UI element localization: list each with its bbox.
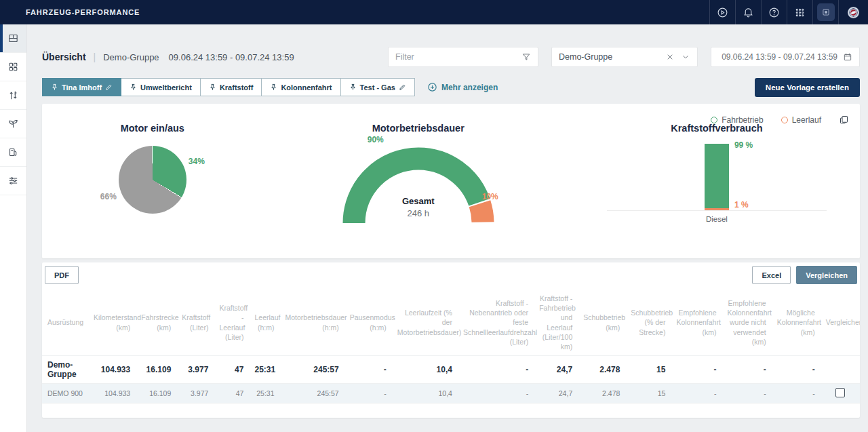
app-title: FAHRZEUG-PERFORMANCE — [0, 8, 140, 16]
cell-compare — [821, 356, 860, 384]
chart-fuel-consumption: Kraftstoffverbrauch 99 % 1 % Diesel — [574, 104, 860, 258]
page-header: Übersicht | Demo-Gruppe 09.06.24 13:59 -… — [42, 47, 860, 67]
cell: 16.109 — [136, 384, 176, 404]
cell: - — [671, 384, 722, 404]
column-header: Kilometerstand (km) — [88, 290, 136, 356]
tab-test-gas[interactable]: Test - Gas — [340, 78, 415, 96]
column-header: Kraftstoff (Liter) — [176, 290, 214, 356]
group-select[interactable]: Demo-Gruppe — [551, 47, 698, 67]
cell: 104.933 — [88, 356, 136, 384]
cell: 24,7 — [534, 384, 578, 404]
column-header: Leerlaufzeit (% der Motorbetriebsdauer) — [392, 290, 458, 356]
cell: 3.977 — [176, 356, 214, 384]
excel-button[interactable]: Excel — [752, 266, 791, 284]
edit-pencil-icon[interactable] — [105, 83, 113, 91]
route-icon — [7, 90, 19, 101]
chart-title: Motorbetriebsdauer — [263, 123, 574, 134]
calendar-icon — [843, 52, 852, 62]
tab-label: Umweltbericht — [140, 83, 192, 92]
sidebar — [0, 24, 27, 432]
cell: - — [458, 384, 534, 404]
sidebar-item-apps[interactable] — [0, 53, 26, 81]
x-axis-line — [607, 210, 827, 211]
fuel-pump-icon — [7, 146, 19, 158]
pin-icon — [130, 83, 137, 91]
group-name-label: Demo-Gruppe — [103, 52, 159, 62]
cell: 15 — [625, 384, 671, 404]
cell: - — [772, 384, 821, 404]
chart-title: Motor ein/aus — [42, 123, 263, 134]
scania-logo[interactable] — [838, 0, 868, 24]
account-icon[interactable] — [812, 0, 838, 24]
legend-item-leerlauf[interactable]: Leerlauf — [781, 115, 821, 125]
sidebar-item-fuel[interactable] — [0, 138, 26, 167]
filter-input[interactable] — [395, 52, 521, 62]
tab-kraftstoff[interactable]: Kraftstoff — [200, 78, 262, 96]
tab-tina-imhoff[interactable]: Tina Imhoff — [42, 78, 121, 96]
chart-legend: Fahrbetrieb Leerlauf — [711, 115, 849, 125]
sidebar-item-dashboard[interactable] — [0, 24, 26, 53]
charts-panel: Fahrbetrieb Leerlauf Motor ein/aus — [42, 104, 860, 258]
column-header: Empfohlene Kolonnenfahrt wurde nicht ver… — [722, 290, 772, 356]
topbar: FAHRZEUG-PERFORMANCE — [0, 0, 868, 24]
tab-label: Tina Imhoff — [62, 83, 102, 92]
clear-icon[interactable] — [665, 52, 675, 62]
help-icon[interactable] — [761, 0, 787, 24]
pie-chart[interactable] — [119, 146, 186, 214]
cell: 15 — [625, 356, 671, 384]
column-header: Mögliche Kolonnenfahrt (km) — [772, 290, 821, 356]
bar-chart: 99 % 1 % Diesel — [601, 140, 832, 235]
bar-segment-fahrbetrieb[interactable] — [705, 144, 729, 208]
cell: 3.977 — [176, 384, 214, 404]
bell-icon[interactable] — [735, 0, 761, 24]
column-header: Empfohlene Kolonnenfahrt (km) — [671, 290, 722, 356]
new-template-button[interactable]: Neue Vorlage erstellen — [755, 78, 860, 97]
tab-umweltbericht[interactable]: Umweltbericht — [121, 78, 201, 96]
cell: 16.109 — [136, 356, 176, 384]
tab-kolonnenfahrt[interactable]: Kolonnenfahrt — [261, 78, 340, 96]
apps-grid-icon[interactable] — [787, 0, 812, 24]
pie-slice-label: 66% — [100, 192, 117, 201]
cell: - — [671, 356, 722, 384]
header-controls: Demo-Gruppe 09.06.24 13:59 - 09.07.24 13… — [388, 47, 860, 67]
cell: 47 — [214, 356, 249, 384]
sidebar-item-route[interactable] — [0, 81, 26, 110]
date-range-picker[interactable]: 09.06.24 13:59 - 09.07.24 13:59 — [711, 47, 860, 67]
compare-checkbox[interactable] — [835, 388, 845, 397]
pin-icon — [51, 83, 58, 91]
sidebar-item-settings[interactable] — [0, 167, 26, 195]
show-more-link[interactable]: Mehr anzeigen — [427, 82, 498, 92]
topbar-actions — [709, 0, 868, 24]
legend-label: Leerlauf — [792, 115, 821, 125]
cell: 25:31 — [249, 384, 279, 404]
cell: 2.478 — [578, 384, 625, 404]
edit-pencil-icon[interactable] — [399, 83, 406, 91]
legend-label: Fahrbetrieb — [722, 115, 763, 125]
column-header: Kraftstoff - Leerlauf (Liter) — [214, 290, 249, 356]
copy-icon[interactable] — [839, 115, 849, 125]
cell: 24,7 — [534, 356, 578, 384]
column-header: Schubbetrieb (km) — [578, 290, 625, 356]
cell: - — [722, 384, 772, 404]
pdf-button[interactable]: PDF — [45, 266, 79, 284]
table-panel: PDF Excel Vergleichen Ausr — [42, 262, 860, 418]
play-circle-icon[interactable] — [709, 0, 735, 24]
gauge-center-value: 246 h — [330, 208, 507, 218]
cell: - — [344, 356, 392, 384]
legend-item-fahrbetrieb[interactable]: Fahrbetrieb — [711, 115, 763, 125]
page-title: Übersicht — [42, 52, 86, 62]
template-tabs: Tina Imhoff Umweltbericht Kraftstoff Kol… — [42, 78, 860, 96]
sidebar-item-environment[interactable] — [0, 110, 26, 138]
bar-value-label: 1 % — [734, 200, 749, 210]
cell-compare — [821, 384, 860, 404]
pie-slice-label: 34% — [189, 157, 205, 166]
environment-leaf-icon — [7, 118, 19, 130]
compare-button[interactable]: Vergleichen — [796, 266, 857, 284]
legend-swatch — [711, 117, 717, 123]
pin-icon — [270, 83, 277, 91]
column-header: Fahrstrecke (km) — [136, 290, 176, 356]
x-axis-category: Diesel — [601, 215, 832, 223]
table-toolbar: PDF Excel Vergleichen — [42, 262, 860, 284]
title-divider: | — [94, 52, 96, 62]
column-header: Motorbetriebsdauer (h:m) — [280, 290, 344, 356]
